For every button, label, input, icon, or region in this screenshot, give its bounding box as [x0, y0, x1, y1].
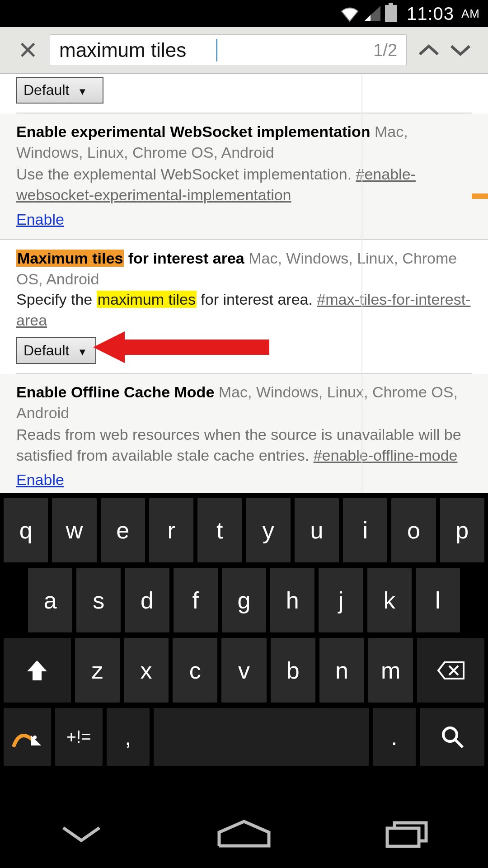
key-search[interactable] — [420, 708, 484, 766]
key-t[interactable]: t — [197, 498, 242, 562]
svg-line-7 — [455, 740, 463, 747]
key-o[interactable]: o — [391, 498, 436, 562]
key-k[interactable]: k — [367, 568, 412, 632]
keyboard-row-1: q w e r t y u i o p — [4, 498, 484, 562]
flag-description: Use the explemental WebSocket implementa… — [16, 165, 352, 183]
android-navbar — [0, 795, 488, 868]
key-c[interactable]: c — [173, 638, 217, 703]
next-match-button[interactable] — [447, 37, 474, 64]
key-comma[interactable]: , — [107, 708, 150, 766]
nav-home-button[interactable] — [199, 813, 289, 854]
key-period[interactable]: . — [373, 708, 416, 766]
clock-time: 11:03 — [407, 4, 454, 24]
key-f[interactable]: f — [174, 568, 218, 632]
enable-link[interactable]: Enable — [16, 470, 64, 491]
select-value: Default — [23, 342, 69, 359]
match-highlight: maximum tiles — [97, 291, 197, 308]
key-p[interactable]: p — [440, 498, 484, 562]
scroll-match-marker — [472, 193, 488, 199]
find-input[interactable]: maximum tiles — [59, 39, 216, 61]
key-n[interactable]: n — [319, 638, 364, 703]
flag-select[interactable]: Default▼ — [16, 337, 96, 364]
flag-websocket: Enable experimental WebSocket implementa… — [0, 113, 488, 240]
clock-ampm: AM — [461, 7, 480, 21]
find-in-page-bar: ✕ maximum tiles 1/2 — [0, 27, 488, 74]
status-bar: 11:03 AM — [0, 0, 488, 27]
key-swype[interactable] — [4, 708, 51, 766]
key-space[interactable] — [154, 708, 369, 766]
flag-hash[interactable]: #enable-offline-mode — [314, 447, 458, 464]
find-input-wrapper[interactable]: maximum tiles 1/2 — [50, 34, 407, 66]
cell-signal-icon — [364, 6, 380, 21]
key-v[interactable]: v — [221, 638, 266, 703]
keyboard-row-2: a s d f g h j k l — [4, 568, 484, 632]
soft-keyboard: q w e r t y u i o p a s d f g h j k l z — [0, 493, 488, 795]
svg-point-5 — [33, 736, 37, 739]
text-cursor — [216, 39, 217, 61]
keyboard-row-4: +!= , . — [4, 708, 484, 766]
key-m[interactable]: m — [368, 638, 413, 703]
key-q[interactable]: q — [4, 498, 48, 562]
flag-offline-cache: Enable Offline Cache Mode Mac, Windows, … — [0, 374, 488, 493]
prev-match-button[interactable] — [415, 37, 442, 64]
svg-rect-8 — [387, 828, 419, 846]
keyboard-row-3: z x c v b n m — [4, 638, 484, 703]
annotation-arrow — [93, 331, 269, 363]
enable-link[interactable]: Enable — [16, 209, 64, 230]
key-z[interactable]: z — [75, 638, 120, 703]
flag-desc-pre: Specify the — [16, 291, 97, 308]
key-y[interactable]: y — [246, 498, 290, 562]
key-u[interactable]: u — [295, 498, 339, 562]
key-g[interactable]: g — [222, 568, 266, 632]
key-symbols[interactable]: +!= — [55, 708, 103, 766]
key-e[interactable]: e — [101, 498, 145, 562]
flag-desc-post: for interest area. — [197, 291, 313, 308]
svg-marker-1 — [364, 15, 371, 21]
key-a[interactable]: a — [28, 568, 72, 632]
svg-point-6 — [443, 728, 457, 741]
key-h[interactable]: h — [270, 568, 314, 632]
key-d[interactable]: d — [125, 568, 169, 632]
match-highlight-current: Maximum tiles — [16, 250, 124, 267]
key-i[interactable]: i — [343, 498, 387, 562]
match-count: 1/2 — [373, 41, 397, 60]
nav-back-button[interactable] — [36, 813, 127, 854]
wifi-icon — [340, 5, 360, 22]
flag-title-rest: for interest area — [124, 250, 244, 267]
flag-title: Enable experimental WebSocket implementa… — [16, 123, 370, 140]
key-w[interactable]: w — [52, 498, 96, 562]
flag-title: Enable Offline Cache Mode — [16, 383, 214, 401]
key-shift[interactable] — [4, 638, 71, 703]
key-j[interactable]: j — [319, 568, 363, 632]
key-r[interactable]: r — [149, 498, 193, 562]
key-b[interactable]: b — [271, 638, 315, 703]
close-icon[interactable]: ✕ — [12, 36, 43, 65]
key-l[interactable]: l — [416, 568, 460, 632]
flag-select[interactable]: Default▼ — [16, 77, 103, 104]
flag-partial-top: Default▼ — [16, 74, 472, 113]
nav-recents-button[interactable] — [361, 813, 452, 854]
flags-content[interactable]: Default▼ Enable experimental WebSocket i… — [0, 74, 488, 493]
battery-icon — [385, 5, 397, 22]
key-s[interactable]: s — [76, 568, 121, 632]
svg-marker-2 — [93, 331, 269, 363]
key-backspace[interactable] — [417, 638, 484, 703]
select-value: Default — [23, 82, 69, 98]
key-x[interactable]: x — [124, 638, 169, 703]
